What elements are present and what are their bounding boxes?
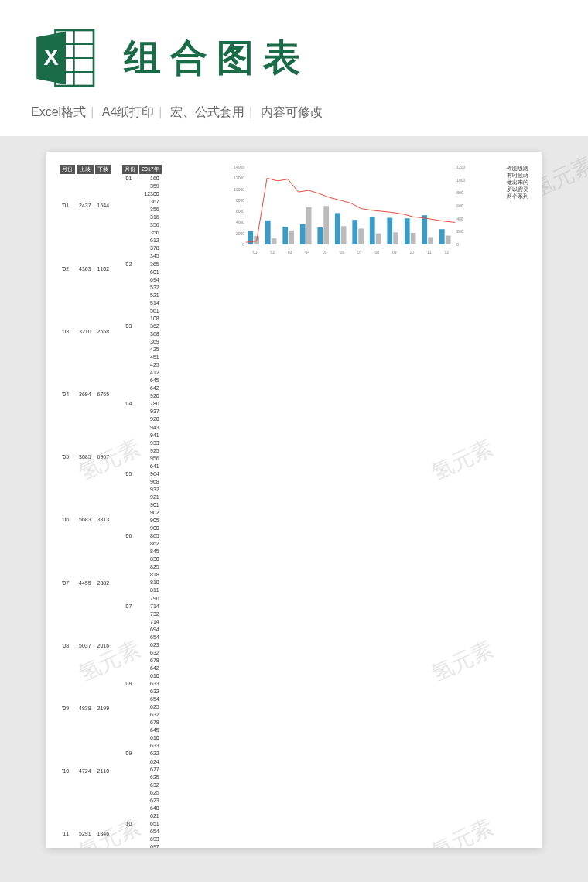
svg-text:'07: '07 — [357, 250, 362, 255]
svg-rect-39 — [340, 226, 346, 244]
table-row: 451 — [122, 354, 162, 361]
data-table-2: 月份2017年 '0116035912300367356316356356612… — [121, 163, 163, 848]
table-row: '0656833313 — [60, 490, 111, 551]
table-row: '05964 — [122, 471, 162, 477]
table-row: 625 — [122, 790, 162, 796]
table-row: 367 — [122, 199, 162, 205]
subtitle-part: 宏、公式套用 — [170, 105, 244, 118]
col-header: 2017年 — [139, 165, 162, 174]
svg-text:0: 0 — [456, 242, 459, 247]
svg-rect-24 — [282, 227, 288, 244]
svg-rect-23 — [265, 220, 271, 244]
table-row: 632 — [122, 782, 162, 788]
table-row: 956 — [122, 456, 162, 462]
table-row: 645 — [122, 727, 162, 733]
table-row: 316 — [122, 214, 162, 220]
svg-text:2000: 2000 — [236, 231, 244, 236]
table-row: 601 — [122, 269, 162, 275]
table-row: '0124371544 — [60, 176, 111, 237]
table-row: 632 — [122, 689, 162, 695]
svg-text:1200: 1200 — [456, 165, 465, 169]
table-row: 677 — [122, 767, 162, 773]
subtitle-part: 内容可修改 — [261, 105, 323, 118]
svg-text:'03: '03 — [287, 250, 292, 255]
col-header: 月份 — [60, 165, 75, 174]
table-row: 825 — [122, 564, 162, 570]
table-row: 412 — [122, 370, 162, 376]
note-line: 所以需要 — [507, 186, 528, 193]
table-row: 623 — [122, 798, 162, 804]
header-banner: X 组合图表 Excel格式| A4纸打印| 宏、公式套用| 内容可修改 — [0, 0, 588, 136]
table-row: 610 — [122, 673, 162, 679]
svg-rect-40 — [358, 228, 364, 244]
table-row: 941 — [122, 432, 162, 439]
svg-text:12000: 12000 — [234, 176, 244, 180]
note-line: 两个系列 — [507, 193, 528, 200]
svg-rect-27 — [335, 213, 340, 244]
table-row: 621 — [122, 813, 162, 819]
col-header: 下装 — [95, 165, 112, 174]
table-row: 921 — [122, 494, 162, 501]
table-row: 901 — [122, 502, 162, 508]
table-row: 345 — [122, 253, 162, 259]
table-row: 514 — [122, 300, 162, 306]
chart-notes: 作图思路有时候两做出来的所以需要两个系列 — [507, 165, 528, 200]
table-row: '0744552882 — [60, 552, 111, 614]
table-row: 902 — [122, 510, 162, 516]
svg-rect-26 — [317, 227, 323, 244]
svg-text:'06: '06 — [339, 250, 344, 255]
svg-rect-31 — [405, 218, 410, 244]
table-row: '01160 — [122, 176, 162, 182]
table-row: '03362 — [122, 323, 162, 330]
table-row: 697 — [122, 844, 162, 848]
table-row: 369 — [122, 339, 162, 345]
combo-chart: 0200040006000800010000120001400002004006… — [171, 163, 530, 256]
table-row: '0332102558 — [60, 301, 111, 362]
table-row: '0243631102 — [60, 238, 111, 299]
svg-text:600: 600 — [456, 203, 463, 208]
svg-rect-44 — [428, 237, 433, 244]
table-row: 818 — [122, 572, 162, 578]
table-row: '09622 — [122, 750, 162, 757]
svg-text:X: X — [43, 45, 58, 70]
data-table-1: 月份上装下装 '0124371544'0243631102'0332102558… — [58, 163, 113, 848]
table-row: 633 — [122, 743, 162, 749]
table-row: 694 — [122, 627, 162, 633]
table-row: 810 — [122, 579, 162, 586]
subtitle: Excel格式| A4纸打印| 宏、公式套用| 内容可修改 — [31, 104, 557, 121]
table-row: 654 — [122, 634, 162, 641]
table-row: 811 — [122, 587, 162, 593]
table-row: 790 — [122, 596, 162, 602]
table-row: 714 — [122, 619, 162, 625]
svg-text:4000: 4000 — [236, 220, 244, 224]
svg-rect-45 — [445, 236, 450, 244]
svg-rect-42 — [393, 232, 398, 244]
table-row: 932 — [122, 487, 162, 493]
svg-text:'08: '08 — [374, 250, 379, 255]
note-line: 有时候两 — [507, 172, 528, 179]
svg-text:'05: '05 — [322, 250, 327, 255]
svg-text:0: 0 — [242, 242, 244, 247]
table-row: 625 — [122, 774, 162, 781]
svg-text:400: 400 — [456, 217, 463, 221]
note-line: 作图思路 — [507, 165, 528, 172]
table-row: 425 — [122, 362, 162, 368]
table-row: 654 — [122, 696, 162, 703]
table-row: 425 — [122, 347, 162, 353]
table-row: 732 — [122, 611, 162, 617]
table-row: 943 — [122, 425, 162, 431]
table-row: 612 — [122, 238, 162, 244]
table-row: '0530856967 — [60, 427, 111, 488]
table-row: 845 — [122, 549, 162, 555]
table-row: 693 — [122, 836, 162, 843]
table-row: 356 — [122, 207, 162, 213]
table-row: 624 — [122, 759, 162, 765]
svg-text:1000: 1000 — [456, 178, 465, 183]
table-row: 862 — [122, 541, 162, 547]
table-row: 12300 — [122, 191, 162, 197]
table-row: 640 — [122, 805, 162, 812]
svg-rect-32 — [422, 215, 427, 244]
table-row: '04780 — [122, 401, 162, 407]
svg-text:'04: '04 — [304, 250, 309, 255]
table-row: '08633 — [122, 681, 162, 687]
